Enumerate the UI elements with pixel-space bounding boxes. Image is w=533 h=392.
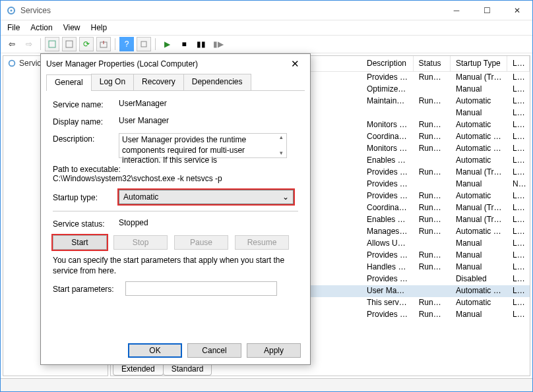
start-button[interactable]: Start xyxy=(53,235,107,250)
start-parameters-input[interactable] xyxy=(125,281,277,296)
cell-stype: Manual (Trig... xyxy=(451,72,507,84)
cell-status: Running xyxy=(414,119,451,131)
cell-stype: Manual xyxy=(451,309,507,321)
col-logon[interactable]: Log xyxy=(507,56,530,71)
dialog-close-icon[interactable]: ✕ xyxy=(285,58,305,70)
cell-stype: Manual xyxy=(451,250,507,262)
cell-desc: This service ... xyxy=(361,297,414,309)
menu-help[interactable]: Help xyxy=(91,23,108,32)
toolbar-btn-3[interactable] xyxy=(137,37,151,51)
cell-log: Loc xyxy=(507,262,530,273)
tab-logon[interactable]: Log On xyxy=(91,74,134,90)
minimize-button[interactable]: ─ xyxy=(441,1,472,20)
cell-status xyxy=(414,238,451,250)
help-icon[interactable]: ? xyxy=(119,37,134,51)
cell-stype: Automatic (T... xyxy=(451,131,507,143)
cell-log: Loc xyxy=(507,190,530,202)
cell-log: Loc xyxy=(507,297,530,309)
cell-status xyxy=(414,107,451,119)
maximize-button[interactable]: ☐ xyxy=(472,1,502,20)
cell-desc: Provides us... xyxy=(361,190,414,202)
cell-desc: Enables a us... xyxy=(361,155,414,167)
cell-status xyxy=(414,285,451,297)
startup-type-value: Automatic xyxy=(123,192,158,202)
cell-stype: Automatic xyxy=(451,119,507,131)
cell-status xyxy=(414,84,451,96)
cell-desc: User Manag... xyxy=(361,285,414,297)
ok-button[interactable]: OK xyxy=(128,343,182,358)
cell-status: Running xyxy=(414,131,451,143)
col-startup-type[interactable]: Startup Type xyxy=(451,56,507,71)
cell-desc: Coordinates... xyxy=(361,131,414,143)
cell-desc: Provides Tel... xyxy=(361,179,414,190)
cell-status: Running xyxy=(414,214,451,226)
back-icon[interactable]: ⇦ xyxy=(5,37,19,51)
refresh-icon[interactable]: ⟳ xyxy=(79,37,94,51)
cell-stype: Automatic xyxy=(451,96,507,107)
cell-log: Loc xyxy=(507,119,530,131)
toolbar-btn-1[interactable] xyxy=(45,37,59,51)
cell-desc: Coordinates... xyxy=(361,202,414,214)
value-service-status: Stopped xyxy=(119,218,298,227)
cell-desc: Provides m... xyxy=(361,309,414,321)
cell-status: Running xyxy=(414,202,451,214)
chevron-down-icon: ⌄ xyxy=(282,192,289,202)
cell-log: Loc xyxy=(507,214,530,226)
apply-button[interactable]: Apply xyxy=(247,343,301,358)
label-start-params: Start parameters: xyxy=(53,283,125,294)
cell-stype: Manual (Trig... xyxy=(451,214,507,226)
cell-desc: Maintains a... xyxy=(361,96,414,107)
menu-view[interactable]: View xyxy=(63,23,80,32)
cell-stype: Manual xyxy=(451,262,507,273)
pause-icon[interactable]: ▮▮ xyxy=(194,37,208,51)
cell-stype: Manual xyxy=(451,84,507,96)
col-status[interactable]: Status xyxy=(414,56,451,71)
cell-log: Loc xyxy=(507,285,530,297)
start-params-note: You can specify the start parameters tha… xyxy=(53,255,298,276)
cell-log: Loc xyxy=(507,72,530,84)
value-display-name: User Manager xyxy=(119,116,298,125)
toolbar: ⇦ ⇨ ⟳ ? ▶ ■ ▮▮ ▮▶ xyxy=(1,35,532,53)
cancel-button[interactable]: Cancel xyxy=(187,343,241,358)
cell-status: Running xyxy=(414,72,451,84)
tab-recovery[interactable]: Recovery xyxy=(133,74,184,90)
svg-point-1 xyxy=(11,9,13,11)
restart-icon[interactable]: ▮▶ xyxy=(211,37,226,51)
value-path: C:\Windows\system32\svchost.exe -k netsv… xyxy=(53,174,298,183)
scroll-up-icon[interactable]: ▴ xyxy=(276,134,286,142)
close-button[interactable]: ✕ xyxy=(502,1,532,20)
export-icon[interactable] xyxy=(96,37,111,51)
startup-type-select[interactable]: Automatic ⌄ xyxy=(119,190,294,204)
cell-status: Running xyxy=(414,250,451,262)
cell-status: Running xyxy=(414,297,451,309)
play-icon[interactable]: ▶ xyxy=(160,37,174,51)
tab-general[interactable]: General xyxy=(46,74,92,91)
scroll-down-icon[interactable]: ▾ xyxy=(276,150,286,157)
cell-status: Running xyxy=(414,143,451,155)
cell-desc: Monitors sy... xyxy=(361,119,414,131)
cell-stype: Automatic xyxy=(451,190,507,202)
label-description: Description: xyxy=(53,133,119,144)
window-title: Services xyxy=(20,6,441,15)
description-box[interactable]: User Manager provides the runtime compon… xyxy=(119,133,287,158)
label-startup-type: Startup type: xyxy=(53,192,119,202)
col-description[interactable]: Description xyxy=(361,56,414,71)
cell-log: Loc xyxy=(507,273,530,285)
cell-log: Loc xyxy=(507,96,530,107)
properties-dialog: User Manager Properties (Local Computer)… xyxy=(40,53,311,365)
cell-status: Running xyxy=(414,226,451,238)
toolbar-btn-2[interactable] xyxy=(62,37,77,51)
cell-stype: Automatic xyxy=(451,297,507,309)
cell-log: Loc xyxy=(507,226,530,238)
forward-icon[interactable]: ⇨ xyxy=(22,37,36,51)
menu-action[interactable]: Action xyxy=(30,23,52,32)
cell-status xyxy=(414,273,451,285)
resume-button: Resume xyxy=(235,235,289,250)
cell-log: Loc xyxy=(507,107,530,119)
cell-status: Running xyxy=(414,309,451,321)
cell-log: Loc xyxy=(507,84,530,96)
tab-dependencies[interactable]: Dependencies xyxy=(183,74,251,90)
cell-desc: Monitors an... xyxy=(361,143,414,155)
menu-file[interactable]: File xyxy=(7,23,20,32)
stop-icon[interactable]: ■ xyxy=(177,37,191,51)
